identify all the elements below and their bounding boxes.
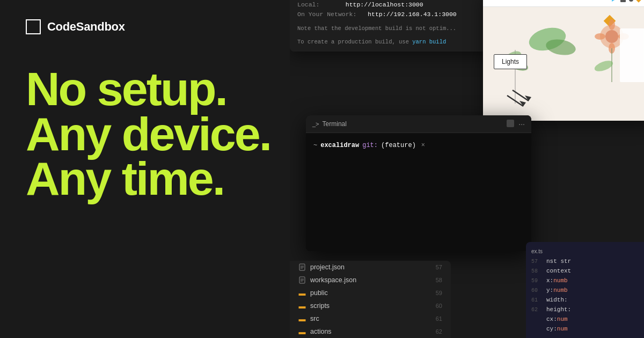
yarn-build-cmd: yarn build xyxy=(412,39,446,45)
terminal-titlebar: _> Terminal ··· xyxy=(306,115,531,133)
drawing-toolbar: → xyxy=(483,0,644,7)
network-url: http://192.168.43.1:3000 xyxy=(368,11,457,18)
left-section: CodeSandbox No setup. Any device. Any ti… xyxy=(0,0,322,338)
code-line-58: 58 context xyxy=(526,266,644,276)
terminal-title-bar: _> Terminal xyxy=(312,120,347,128)
prompt-dir: excalidraw xyxy=(320,142,359,149)
terminal-controls: ··· xyxy=(507,120,525,128)
svg-marker-18 xyxy=(519,101,526,106)
diamond-icon[interactable] xyxy=(635,0,641,2)
file-item-project-json[interactable]: project.json 57 xyxy=(290,261,451,274)
terminal-more-icon[interactable]: ··· xyxy=(518,120,525,128)
brand-name: CodeSandbox xyxy=(47,20,125,34)
prompt-x: × xyxy=(421,142,425,149)
code-line-cy: cy: num xyxy=(526,324,644,334)
folder-icon: ▬ xyxy=(298,302,306,310)
svg-point-9 xyxy=(609,19,615,30)
file-name: project.json xyxy=(310,263,345,271)
code-line-62: 62 height: xyxy=(526,305,644,314)
file-icon xyxy=(298,276,306,284)
folder-icon: ▬ xyxy=(298,315,306,322)
network-label: On Your Network: xyxy=(297,11,356,18)
dev-note1: Note that the development build is not o… xyxy=(297,25,456,32)
terminal-expand-icon[interactable] xyxy=(507,120,514,127)
prompt-git-label: git: xyxy=(362,142,378,149)
code-line-57: 57 nst str xyxy=(526,256,644,266)
folder-icon: ▬ xyxy=(298,289,306,297)
folder-name: src xyxy=(310,315,319,322)
folder-item-src[interactable]: ▬ src 61 xyxy=(290,312,451,325)
folder-name: public xyxy=(310,289,328,297)
svg-marker-16 xyxy=(525,95,531,101)
file-icon xyxy=(298,263,306,271)
code-panel: ex.ts 57 nst str 58 context 59 x: numb 6… xyxy=(526,242,644,338)
terminal-title-text: Terminal xyxy=(323,120,347,128)
prompt-branch: (feature) xyxy=(381,142,416,149)
folder-icon: ▬ xyxy=(298,328,306,335)
folder-name: scripts xyxy=(310,302,330,310)
play-icon[interactable] xyxy=(610,0,617,3)
terminal-prompt-line: ~ excalidraw git: (feature) × xyxy=(313,142,524,149)
svg-point-8 xyxy=(605,30,618,43)
folder-item-actions[interactable]: ▬ actions 62 xyxy=(290,325,451,338)
local-url: http://localhost:3000 xyxy=(346,1,423,8)
hero-text: No setup. Any device. Any time. xyxy=(26,67,296,201)
folder-name: actions xyxy=(310,328,332,335)
code-line-61: 61 width: xyxy=(526,295,644,305)
local-label: Local: xyxy=(297,1,319,8)
terminal-body: ~ excalidraw git: (feature) × xyxy=(306,133,531,251)
drawing-canvas: Lights xyxy=(483,7,644,121)
file-item-workspace-json[interactable]: workspace.json 58 xyxy=(290,274,451,286)
record-icon[interactable] xyxy=(629,0,633,2)
prompt-tilde: ~ xyxy=(313,142,317,149)
terminal-prompt-icon: _> xyxy=(312,121,319,127)
hero-line1: No setup. xyxy=(26,67,296,112)
hero-line2: Any device. xyxy=(26,112,296,157)
drawing-app-window: → xyxy=(483,0,644,121)
hero-line3: Any time. xyxy=(26,156,296,201)
code-filename: ex.ts xyxy=(526,246,644,256)
svg-marker-0 xyxy=(612,0,616,2)
svg-point-12 xyxy=(595,33,605,40)
folder-item-public[interactable]: ▬ public 59 xyxy=(290,286,451,299)
dev-server-window: Local: http://localhost:3000 On Your Net… xyxy=(290,0,515,52)
file-name: workspace.json xyxy=(310,276,356,284)
right-section: Local: http://localhost:3000 On Your Net… xyxy=(290,0,644,338)
svg-point-14 xyxy=(593,58,614,73)
dev-note2: To create a production build, use xyxy=(297,39,412,45)
folder-item-scripts[interactable]: ▬ scripts 60 xyxy=(290,299,451,312)
lights-label: Lights xyxy=(494,54,527,69)
logo-container: CodeSandbox xyxy=(26,19,296,34)
code-line-cx: cx: num xyxy=(526,314,644,324)
toolbar-icons: → xyxy=(610,0,644,3)
stop-icon[interactable] xyxy=(620,0,626,2)
terminal-window: _> Terminal ··· ~ excalidraw git: (featu… xyxy=(306,115,531,251)
code-line-59: 59 x: numb xyxy=(526,276,644,285)
code-line-60: 60 y: numb xyxy=(526,285,644,295)
svg-rect-19 xyxy=(620,28,644,82)
codesandbox-logo-icon xyxy=(26,19,41,34)
file-explorer: project.json 57 workspace.json 58 ▬ publ… xyxy=(290,261,451,338)
dev-server-output: Local: http://localhost:3000 On Your Net… xyxy=(290,0,515,52)
